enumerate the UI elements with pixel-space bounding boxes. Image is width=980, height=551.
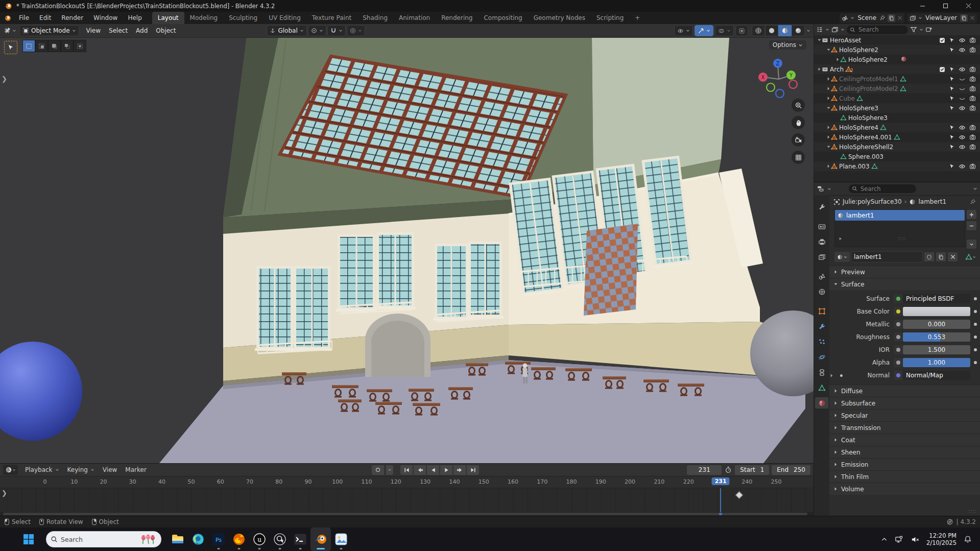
add-workspace-button[interactable]: + [629, 12, 646, 24]
breadcrumb-material[interactable]: lambert1 [918, 198, 946, 205]
eye-icon[interactable] [959, 143, 966, 151]
flag-icon[interactable] [949, 76, 955, 82]
outliner-row-arch[interactable]: Arch2 [814, 64, 980, 74]
link-mesh-data-icon[interactable] [965, 253, 976, 260]
taskbar-clock[interactable]: 12:20 PM 2/10/2025 [926, 532, 957, 546]
shading-wireframe-button[interactable] [752, 25, 765, 36]
checkbox-icon[interactable] [939, 37, 945, 43]
timeline-tracks[interactable]: ❯ [0, 488, 814, 513]
mode-dropdown[interactable]: Object Mode [19, 25, 79, 36]
menu-window[interactable]: Window [88, 12, 123, 24]
timeline-menu-keying[interactable]: Keying [63, 464, 99, 476]
outliner-row-sphere-003[interactable]: Sphere.003 [814, 152, 980, 161]
outliner-scene-icon[interactable] [831, 26, 839, 33]
play-button[interactable] [440, 465, 453, 475]
panel-transmission[interactable]: Transmission [829, 421, 980, 434]
volume-muted-icon[interactable] [911, 535, 919, 544]
viewport-menu-select[interactable]: Select [105, 27, 132, 34]
maximize-button[interactable] [934, 0, 957, 12]
disclosure-open-icon[interactable] [826, 47, 831, 52]
tray-expand-icon[interactable] [881, 536, 888, 543]
properties-editor-icon[interactable] [817, 185, 824, 193]
flag-icon[interactable] [949, 125, 955, 131]
panel-diffuse[interactable]: Diffuse [829, 385, 980, 397]
pivot-point-dropdown[interactable] [308, 25, 326, 36]
eye-icon[interactable] [959, 134, 966, 141]
timeline-ruler[interactable]: 0102030405060708090100110120130140150160… [0, 476, 814, 488]
outliner-display-mode-icon[interactable] [816, 26, 823, 33]
close-button[interactable] [957, 0, 980, 12]
properties-tab-scene[interactable] [815, 271, 828, 282]
toggle-ortho-grid-button[interactable] [792, 151, 805, 164]
frame-start-field[interactable]: Start1 [735, 465, 769, 475]
camera-icon[interactable] [969, 37, 976, 43]
select-difference-button[interactable] [61, 40, 74, 52]
pin-icon[interactable] [970, 199, 976, 205]
camera-icon[interactable] [969, 66, 976, 73]
remove-slot-button[interactable] [966, 221, 977, 231]
workspace-tab-animation[interactable]: Animation [393, 12, 436, 24]
disclosure-closed-icon[interactable] [826, 86, 831, 91]
node-socket[interactable] [894, 358, 902, 367]
node-socket[interactable] [894, 294, 902, 303]
flag-icon[interactable] [949, 66, 955, 73]
flag-icon[interactable] [949, 144, 955, 150]
taskbar-app-firefox[interactable] [229, 528, 249, 551]
flag-icon[interactable] [949, 105, 955, 111]
proportional-editing-toggle[interactable] [347, 25, 365, 36]
keyframe-dot[interactable] [840, 374, 843, 377]
property-field-roughness[interactable]: 0.553 [903, 332, 970, 342]
new-material-button[interactable] [936, 252, 946, 262]
panel-volume[interactable]: Volume [829, 483, 980, 495]
material-name-field[interactable]: lambert1 [851, 251, 923, 262]
active-tool-tweak-button[interactable] [3, 40, 18, 55]
keying-set-dropdown[interactable] [386, 465, 394, 475]
taskbar-app-unreal[interactable]: u [249, 528, 270, 551]
property-field-surface[interactable]: Principled BSDF [903, 294, 970, 303]
chevron-down-icon[interactable] [806, 29, 810, 33]
animate-property-dot[interactable] [974, 361, 977, 364]
animate-property-dot[interactable] [974, 348, 977, 351]
prev-key-button[interactable] [413, 465, 426, 475]
outliner-row-holosphere3[interactable]: HoloSphere3 [814, 103, 980, 113]
camera-icon[interactable] [969, 105, 976, 111]
disclosure-closed-icon[interactable] [826, 96, 831, 101]
taskbar-app-photos[interactable] [331, 528, 351, 551]
workspace-tab-layout[interactable]: Layout [152, 12, 184, 24]
eye-closed-icon[interactable] [959, 76, 966, 83]
playhead[interactable] [720, 488, 721, 513]
zoom-button[interactable] [792, 99, 805, 112]
taskbar-app-terminal[interactable] [290, 528, 310, 551]
properties-tab-tool[interactable] [815, 201, 828, 212]
camera-view-button[interactable] [792, 133, 805, 147]
copy-scene-icon[interactable] [888, 14, 895, 22]
properties-tab-render[interactable] [815, 221, 828, 232]
checkbox-icon[interactable] [939, 66, 945, 73]
outliner-row-heroasset[interactable]: HeroAsset [814, 35, 980, 45]
minimize-button[interactable] [911, 0, 934, 12]
camera-icon[interactable] [969, 85, 976, 92]
properties-tab-physics[interactable] [815, 351, 828, 363]
slot-list-expand-icon[interactable] [838, 236, 843, 241]
fake-user-button[interactable] [924, 252, 935, 262]
view-layer-selector[interactable]: ViewLayer [907, 13, 977, 23]
blender-menu-icon[interactable] [3, 14, 12, 22]
node-socket[interactable] [894, 371, 902, 380]
property-field-ior[interactable]: 1.500 [903, 345, 970, 354]
panel-subsurface[interactable]: Subsurface [829, 397, 980, 409]
show-gizmo-toggle[interactable] [695, 25, 713, 36]
timeline-menu-playback[interactable]: Playback [21, 464, 63, 476]
use-preview-range-icon[interactable] [725, 466, 732, 473]
disclosure-closed-icon[interactable] [826, 135, 831, 139]
disclosure-closed-icon[interactable] [826, 125, 831, 130]
outliner-row-holosphere2[interactable]: HoloSphere2 [814, 45, 980, 55]
properties-tab-modifiers[interactable] [815, 321, 828, 332]
properties-tab-output[interactable] [815, 236, 828, 247]
filter-icon[interactable] [910, 26, 917, 33]
animate-property-dot[interactable] [974, 336, 977, 339]
animate-property-dot[interactable] [974, 310, 977, 313]
flag-icon[interactable] [949, 47, 955, 53]
outliner-row-ceilingprotomodel1[interactable]: CeilingProtoModel1 [814, 74, 980, 84]
network-icon[interactable] [895, 535, 903, 544]
timeline-menu-view[interactable]: View [99, 464, 121, 476]
